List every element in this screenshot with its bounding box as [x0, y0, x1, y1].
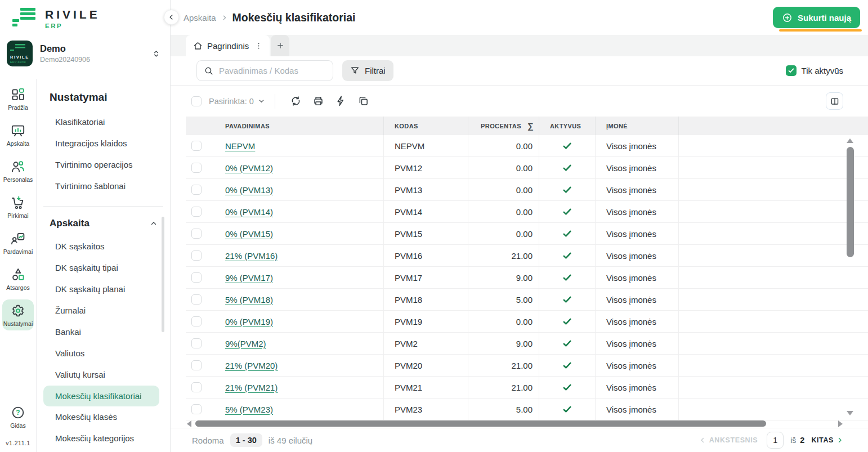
- column-header-filler: [678, 117, 844, 135]
- scroll-up-arrow[interactable]: [847, 138, 853, 143]
- row-name-link[interactable]: 21% (PVM21): [225, 383, 278, 392]
- row-checkbox[interactable]: [191, 338, 202, 348]
- row-checkbox[interactable]: [191, 272, 202, 283]
- filters-button[interactable]: Filtrai: [342, 60, 393, 81]
- menu-item[interactable]: Tvirtinimo šablonai: [37, 176, 170, 197]
- app-version: v1.211.1: [6, 440, 30, 446]
- table-row: 0% (PVM15)PVM150.00Visos įmonės: [186, 223, 868, 245]
- column-header-procentas[interactable]: PROCENTAS ∑: [468, 117, 539, 135]
- menu-item[interactable]: DK sąskaitų planai: [37, 279, 170, 300]
- rail-item-pirkimai[interactable]: Pirkimai: [2, 191, 34, 222]
- tab-pagrindinis[interactable]: Pagrindinis: [186, 35, 270, 56]
- menu-item[interactable]: Bankai: [37, 321, 170, 343]
- column-header-imone[interactable]: ĮMONĖ: [595, 117, 678, 135]
- row-checkbox[interactable]: [191, 207, 202, 217]
- vertical-scroll-thumb[interactable]: [847, 147, 854, 257]
- column-header-aktyvus[interactable]: AKTYVUS: [539, 117, 595, 135]
- sidebar-collapse-button[interactable]: [164, 10, 179, 25]
- row-name-link[interactable]: 0% (PVM14): [225, 207, 273, 217]
- funnel-icon: [350, 66, 360, 75]
- row-name-link[interactable]: 5% (PVM23): [225, 405, 273, 414]
- tab-menu-icon[interactable]: [253, 41, 264, 51]
- active-only-toggle[interactable]: Tik aktyvūs: [786, 65, 843, 76]
- pagination: ANKSTESNIS 1 iš 2 KITAS: [699, 432, 843, 449]
- refresh-button[interactable]: [285, 90, 307, 113]
- rail-item-nustatymai[interactable]: Nustatymai: [2, 299, 34, 330]
- menu-item[interactable]: DK sąskaitos: [37, 236, 170, 257]
- current-page-box[interactable]: 1: [767, 432, 784, 449]
- rail-item-personalas[interactable]: Personalas: [2, 155, 34, 186]
- vertical-scrollbar[interactable]: [846, 138, 854, 419]
- selected-count-dropdown[interactable]: Pasirinkta: 0: [209, 97, 265, 106]
- menu-item[interactable]: Klasifikatoriai: [37, 111, 170, 133]
- quick-action-button[interactable]: [330, 90, 352, 113]
- rail-item-apskaita[interactable]: Apskaita: [2, 119, 34, 150]
- scroll-down-arrow[interactable]: [847, 411, 853, 415]
- row-code-cell: PVM14: [383, 201, 468, 222]
- menu-item[interactable]: Mokesčių klasės: [37, 406, 170, 428]
- row-checkbox[interactable]: [191, 294, 202, 305]
- horizontal-scroll-thumb[interactable]: [195, 420, 766, 427]
- row-checkbox[interactable]: [191, 185, 202, 195]
- horizontal-scrollbar[interactable]: [187, 419, 844, 428]
- menu-item[interactable]: DK sąskaitų tipai: [37, 257, 170, 279]
- row-name-link[interactable]: 21% (PVM20): [225, 361, 278, 370]
- row-name-link[interactable]: 0% (PVM15): [225, 229, 273, 239]
- menu-item[interactable]: Valiutų kursai: [37, 364, 170, 386]
- active-check-icon: [562, 250, 572, 261]
- row-filler-cell: [678, 399, 844, 420]
- column-header-kodas[interactable]: KODAS: [383, 117, 468, 135]
- row-name-link[interactable]: NEPVM: [225, 141, 255, 151]
- row-checkbox[interactable]: [191, 316, 202, 326]
- row-checkbox[interactable]: [191, 141, 202, 151]
- menu-item[interactable]: Mokesčių kategorijos: [37, 428, 170, 449]
- menu-item[interactable]: Valiutos: [37, 343, 170, 364]
- create-new-button[interactable]: Sukurti naują: [773, 7, 860, 28]
- menu-item[interactable]: Integracijos klaidos: [37, 133, 170, 154]
- row-name-link[interactable]: 9% (PVM17): [225, 273, 273, 283]
- menu-item[interactable]: Mokesčių klasifikatoriai: [43, 386, 159, 406]
- scroll-right-arrow[interactable]: [838, 420, 843, 427]
- rail-item-label: Pardavimai: [3, 248, 33, 255]
- add-tab-button[interactable]: [271, 35, 289, 56]
- range-badge[interactable]: 1 - 30: [230, 433, 262, 447]
- search-box[interactable]: [196, 60, 333, 81]
- menu-item[interactable]: Žurnalai: [37, 300, 170, 321]
- company-switch-icon[interactable]: [151, 49, 161, 59]
- column-header-pavadinimas[interactable]: PAVADINIMAS: [222, 117, 383, 135]
- row-name-link[interactable]: 0% (PVM19): [225, 317, 273, 326]
- column-settings-button[interactable]: [826, 92, 843, 110]
- next-page-button[interactable]: KITAS: [811, 436, 843, 444]
- menu-item[interactable]: Tvirtinimo operacijos: [37, 154, 170, 176]
- print-button[interactable]: [307, 90, 330, 113]
- search-input[interactable]: [219, 66, 327, 75]
- rail-item-pradzia[interactable]: Pradžia: [2, 83, 34, 114]
- rail-item-atsargos[interactable]: Atsargos: [2, 263, 34, 294]
- sidebar-scrollbar[interactable]: [162, 217, 164, 332]
- rail-item-pardavimai[interactable]: Pardavimai: [2, 227, 34, 258]
- row-code-cell: PVM12: [383, 157, 468, 178]
- row-company-cell: Visos įmonės: [595, 399, 678, 420]
- company-selector[interactable]: RIVILE ERP demo Demo Demo20240906: [7, 41, 170, 66]
- prev-page-button[interactable]: ANKSTESNIS: [699, 436, 758, 444]
- row-name-link[interactable]: 5% (PVM18): [225, 295, 273, 305]
- row-name-link[interactable]: 0% (PVM13): [225, 185, 273, 195]
- sum-icon[interactable]: ∑: [527, 121, 534, 131]
- rail-item-gidas[interactable]: ? Gidas: [2, 401, 34, 432]
- row-percent-cell: 0.00: [468, 135, 539, 156]
- row-checkbox[interactable]: [191, 250, 202, 261]
- row-checkbox[interactable]: [191, 360, 202, 370]
- row-name-link[interactable]: 0% (PVM12): [225, 163, 273, 173]
- row-checkbox[interactable]: [191, 382, 202, 392]
- select-all-checkbox[interactable]: [191, 96, 202, 106]
- row-checkbox[interactable]: [191, 163, 202, 173]
- row-name-link[interactable]: 9%(PVM2): [225, 339, 266, 348]
- menu-section-apskaita[interactable]: Apskaita: [37, 207, 170, 236]
- copy-button[interactable]: [352, 90, 375, 113]
- row-name-link[interactable]: 21% (PVM16): [225, 251, 278, 261]
- scroll-left-arrow[interactable]: [187, 420, 191, 427]
- row-checkbox[interactable]: [191, 404, 202, 414]
- row-checkbox[interactable]: [191, 229, 202, 239]
- row-name-cell: 0% (PVM15): [222, 223, 383, 244]
- breadcrumb[interactable]: Apskaita: [184, 13, 216, 23]
